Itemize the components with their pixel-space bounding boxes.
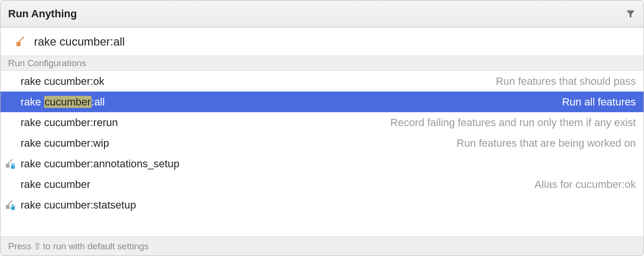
footer-suffix: to run with default settings — [43, 241, 149, 252]
result-row[interactable]: rake cucumber:rerunRecord failing featur… — [0, 112, 644, 133]
svg-rect-19 — [11, 207, 15, 210]
section-header: Run Configurations — [0, 56, 644, 71]
footer-prefix: Press — [8, 241, 32, 252]
result-row[interactable]: rake cucumber:wipRun features that are b… — [0, 133, 644, 153]
search-row — [0, 27, 644, 56]
rake-icon — [15, 35, 27, 48]
popup-header: Run Anything — [0, 0, 644, 27]
result-description: Run features that should pass — [496, 75, 636, 88]
results-list: rake cucumber:okRun features that should… — [0, 71, 644, 236]
rake-task-locked-icon — [4, 158, 21, 170]
result-description: Record failing features and run only the… — [391, 116, 636, 129]
svg-line-6 — [8, 160, 12, 164]
result-row[interactable]: rake cucumber:allRun all features — [0, 92, 644, 112]
result-description: Alias for cucumber:ok — [534, 178, 636, 191]
result-label: rake cucumber:ok — [21, 75, 104, 88]
result-row[interactable]: rake cucumber:statsetup — [0, 195, 644, 215]
popup-title: Run Anything — [8, 8, 77, 20]
result-label: rake cucumber:statsetup — [21, 199, 136, 211]
svg-line-13 — [8, 201, 12, 205]
result-label: rake cucumber:wip — [21, 137, 109, 150]
svg-rect-12 — [11, 165, 15, 169]
footer-hint: Press ⇧ to run with default settings — [0, 236, 644, 256]
filter-icon[interactable] — [625, 9, 636, 19]
run-anything-popup: Run Anything Run Configurations rake c — [0, 0, 644, 256]
result-label: rake cucumber:all — [21, 96, 105, 108]
rake-task-locked-icon — [4, 199, 21, 211]
result-row[interactable]: rake cucumber:okRun features that should… — [0, 71, 644, 92]
search-input[interactable] — [34, 35, 635, 48]
result-row[interactable]: rake cucumber:annotations_setup — [0, 153, 644, 174]
svg-line-0 — [19, 37, 24, 42]
shift-key-icon: ⇧ — [34, 241, 41, 252]
result-label: rake cucumber:annotations_setup — [21, 158, 179, 170]
result-label: rake cucumber — [21, 178, 91, 191]
result-label: rake cucumber:rerun — [21, 116, 118, 129]
result-description: Run features that are being worked on — [457, 137, 636, 150]
result-description: Run all features — [562, 96, 636, 108]
result-row[interactable]: rake cucumberAlias for cucumber:ok — [0, 174, 644, 195]
